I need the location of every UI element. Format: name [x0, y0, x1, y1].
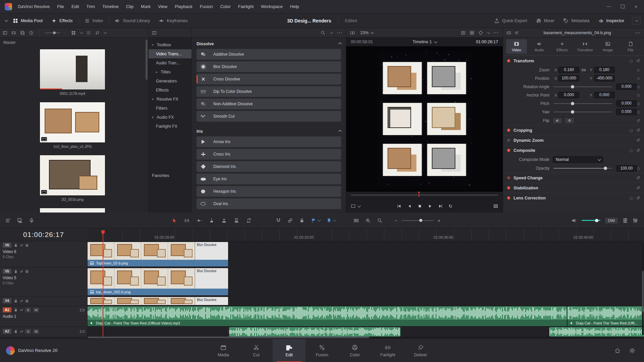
reset-icon[interactable]: ↺: [637, 118, 640, 123]
menu-trim[interactable]: Trim: [83, 2, 99, 11]
track-badge-v5[interactable]: V5: [3, 269, 11, 274]
menu-fusion[interactable]: Fusion: [196, 2, 217, 11]
thumbnail-view-icon[interactable]: ▦: [25, 243, 28, 247]
minimize-button[interactable]: [607, 6, 611, 7]
play-reverse-button[interactable]: [407, 204, 412, 208]
section-header-iris[interactable]: Iris: [197, 126, 341, 136]
pitch-input[interactable]: 0.000: [616, 100, 637, 107]
monitor-volume-slider[interactable]: [582, 220, 600, 221]
play-button[interactable]: [428, 204, 432, 208]
tab-audio[interactable]: Audio: [529, 39, 550, 54]
split-screen-icon[interactable]: [461, 31, 466, 35]
inspector-options-menu[interactable]: ···: [635, 30, 641, 35]
bin-label[interactable]: Master: [3, 40, 16, 45]
transition-eye-iris[interactable]: Eye Iris: [197, 174, 341, 184]
media-item[interactable]: 0001-1178.mp4: [40, 49, 105, 96]
zoom-x-input[interactable]: 0.180: [558, 67, 579, 73]
index-button[interactable]: Index: [80, 13, 108, 28]
clip-topdown-02[interactable]: Blur Dissolve TopDown_02-b.png: [88, 242, 228, 266]
stabilization-enable-toggle[interactable]: [507, 186, 510, 189]
menu-file[interactable]: File: [53, 2, 68, 11]
reset-icon[interactable]: ↺: [636, 185, 640, 190]
flag-clip-button[interactable]: [311, 218, 320, 223]
usage-filter-icon[interactable]: [29, 31, 34, 35]
reset-icon[interactable]: ↺: [636, 138, 640, 143]
bin-panel-icon[interactable]: [3, 31, 7, 35]
jump-end-button[interactable]: [438, 204, 443, 208]
auto-select-icon[interactable]: ⇄: [20, 243, 23, 247]
yaw-input[interactable]: 0.000: [616, 109, 637, 115]
mixer-button[interactable]: Mixer: [532, 13, 559, 28]
keyframe-icon[interactable]: ◇: [630, 128, 633, 133]
jump-start-button[interactable]: [396, 204, 401, 208]
clone-tool-icon[interactable]: [20, 31, 25, 35]
thumbnail-view-icon[interactable]: [71, 31, 76, 35]
menu-edit[interactable]: Edit: [68, 2, 83, 11]
menu-mark[interactable]: Mark: [137, 2, 154, 11]
transform-tool-icon[interactable]: [478, 31, 483, 35]
viewer-playhead[interactable]: [419, 193, 419, 197]
inspector-button[interactable]: Inspector: [594, 13, 629, 28]
timeline-view-options-icon[interactable]: [5, 218, 11, 223]
audio-clip[interactable]: [549, 327, 644, 337]
timeline-vertical-scrollbar[interactable]: [642, 243, 644, 335]
voiceover-mic-icon[interactable]: [29, 218, 34, 223]
track-header-v6[interactable]: V6 ⇄ ▦ Video 6 5 Clips: [0, 241, 88, 267]
tab-video[interactable]: Video: [506, 39, 527, 54]
section-transform[interactable]: Transform ◇↺: [503, 56, 644, 66]
zoom-out-button[interactable]: −: [394, 218, 397, 223]
cropping-enable-toggle[interactable]: [507, 129, 510, 132]
speed-change-enable-toggle[interactable]: [507, 176, 510, 179]
maximize-button[interactable]: [621, 5, 625, 8]
reset-icon[interactable]: ↺: [636, 58, 640, 63]
keyframe-icon[interactable]: ◇: [637, 166, 640, 171]
reset-icon[interactable]: ↺: [636, 175, 640, 180]
marquee-caret-icon[interactable]: [358, 204, 361, 207]
reset-icon[interactable]: ↺: [636, 128, 640, 133]
timeline-zoom-slider[interactable]: [401, 220, 434, 221]
transition-clip-blur-dissolve[interactable]: Blur Dissolve: [195, 242, 228, 260]
media-item-partial[interactable]: [40, 208, 105, 213]
thumbnail-size-slider[interactable]: [45, 33, 60, 33]
section-speed-change[interactable]: Speed Change ↺: [503, 173, 644, 183]
metadata-button[interactable]: Metadata: [559, 13, 594, 28]
auto-select-icon[interactable]: ⇄: [20, 308, 23, 312]
section-dynamic-zoom[interactable]: Dynamic Zoom ↺: [503, 135, 644, 145]
dim-button[interactable]: DIM: [605, 218, 618, 224]
monitor-audio-icon[interactable]: [572, 218, 577, 223]
timeline-ruler[interactable]: 01:00:26:17 01:00:28:00 01:00:32:00 01:0…: [0, 228, 644, 241]
keyframes-button[interactable]: Keyframes: [154, 13, 192, 28]
position-x-input[interactable]: 100.000: [558, 75, 579, 81]
keyframe-icon[interactable]: ◇: [637, 76, 640, 81]
media-pool-scrollbar[interactable]: [146, 40, 148, 80]
link-xy-icon[interactable]: [581, 68, 586, 72]
page-media[interactable]: Media: [207, 339, 240, 362]
flip-horizontal-button[interactable]: [553, 118, 562, 124]
position-y-input[interactable]: -450.000: [594, 75, 615, 81]
tab-transition[interactable]: Transition: [575, 39, 595, 54]
section-stabilization[interactable]: Stabilization ↺: [503, 183, 644, 193]
panel-split-icon[interactable]: [152, 31, 157, 35]
keyframe-icon[interactable]: ◇: [637, 68, 640, 72]
selection-mode-tool[interactable]: [172, 218, 177, 223]
lens-correction-enable-toggle[interactable]: [507, 196, 510, 199]
sort-icon[interactable]: [95, 31, 100, 35]
reset-icon[interactable]: ↺: [636, 195, 640, 200]
viewer-tools-caret-icon[interactable]: [487, 31, 490, 34]
composite-mode-select[interactable]: Normal: [553, 156, 603, 163]
clip-topdown-002[interactable]: Blur Dissolve top_down_002-b.png: [88, 268, 228, 295]
tab-image[interactable]: Image: [597, 39, 618, 54]
tree-group-resolve-fx[interactable]: ▾Resolve FX: [149, 95, 192, 104]
section-composite[interactable]: Composite ◇↺: [503, 145, 644, 155]
sound-library-button[interactable]: Sound Library: [110, 13, 154, 28]
stop-button[interactable]: [417, 204, 422, 208]
transition-cross-iris[interactable]: Cross Iris: [197, 149, 341, 160]
trim-edit-mode-tool[interactable]: [184, 218, 190, 223]
track-header-v5[interactable]: V5 ⇄ ▦ Video 5 6 Clips: [0, 267, 88, 296]
section-header-dissolve[interactable]: Dissolve: [197, 39, 341, 49]
track-badge-v4[interactable]: V4: [3, 298, 11, 303]
menu-clip[interactable]: Clip: [122, 2, 137, 11]
view-options-caret-icon[interactable]: [80, 31, 83, 34]
track-header-a1[interactable]: A1 ⇄ S M 2.0 Audio 1: [0, 306, 88, 326]
custom-zoom-icon[interactable]: [377, 218, 382, 223]
